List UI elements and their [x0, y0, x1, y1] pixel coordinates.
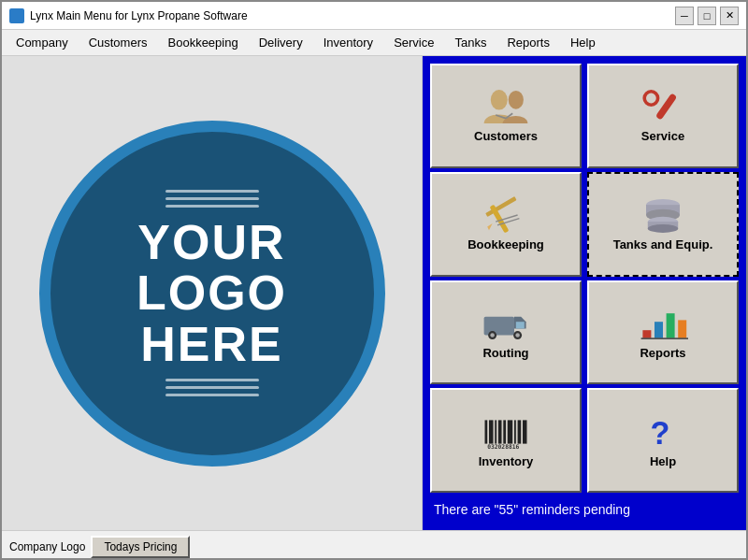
svg-rect-38: [523, 420, 527, 443]
menu-inventory[interactable]: Inventory: [313, 31, 383, 54]
svg-rect-27: [667, 313, 675, 338]
menu-company[interactable]: Company: [6, 31, 79, 54]
svg-rect-18: [484, 317, 514, 336]
reports-button[interactable]: Reports: [587, 280, 739, 385]
reminder-text: There are "55" reminders pending: [430, 496, 739, 523]
todays-pricing-button[interactable]: Todays Pricing: [91, 536, 190, 558]
help-icon-svg: ?: [638, 413, 688, 451]
menu-delivery[interactable]: Delivery: [249, 31, 313, 54]
bookkeeping-button[interactable]: Bookkeeping: [430, 172, 582, 277]
service-button[interactable]: Service: [587, 64, 739, 168]
tanks-button[interactable]: Tanks and Equip.: [587, 172, 739, 277]
menu-bookkeeping[interactable]: Bookkeeping: [158, 31, 249, 54]
logo-line-4: [165, 379, 259, 381]
menu-customers[interactable]: Customers: [79, 31, 158, 54]
menu-reports[interactable]: Reports: [496, 31, 560, 54]
svg-rect-26: [654, 322, 663, 338]
routing-label: Routing: [482, 346, 528, 360]
help-label: Help: [650, 454, 676, 468]
grid-row-4: 032028816 Inventory ? Help: [430, 388, 739, 493]
svg-rect-30: [485, 420, 488, 443]
logo-lines-bottom: [165, 379, 259, 396]
svg-text:032028816: 032028816: [487, 443, 519, 450]
svg-rect-28: [678, 320, 686, 338]
logo-container: YOUR LOGO HERE: [39, 121, 385, 467]
bookkeeping-icon-svg: [481, 196, 531, 234]
svg-point-1: [509, 91, 524, 109]
company-logo-label: Company Logo: [9, 540, 85, 553]
tanks-icon-svg: [638, 196, 688, 234]
grid-row-3: Routing Reports: [430, 280, 739, 385]
logo-line-your: YOUR: [137, 217, 287, 268]
window-title: Lynx Main Menu for Lynx Propane Software: [30, 9, 248, 22]
customers-button[interactable]: Customers: [430, 64, 582, 168]
svg-rect-33: [498, 420, 502, 443]
svg-rect-25: [642, 330, 651, 338]
bookkeeping-icon: [480, 196, 532, 234]
main-content: YOUR LOGO HERE: [2, 56, 746, 530]
menu-help[interactable]: Help: [560, 31, 606, 54]
menu-service[interactable]: Service: [383, 31, 444, 54]
inventory-icon-svg: 032028816: [481, 413, 531, 451]
logo-line-logo: LOGO: [137, 267, 287, 319]
svg-rect-32: [495, 420, 496, 443]
svg-point-21: [490, 333, 495, 337]
inventory-icon: 032028816: [480, 413, 532, 451]
tanks-icon: [637, 196, 689, 234]
reports-icon: [637, 305, 689, 342]
svg-rect-7: [485, 196, 516, 217]
maximize-button[interactable]: □: [698, 7, 716, 25]
svg-rect-36: [514, 420, 516, 443]
service-label: Service: [641, 129, 684, 143]
logo-line-5: [165, 386, 259, 389]
bottom-bar: Company Logo Todays Pricing: [2, 530, 746, 560]
bookkeeping-label: Bookkeeping: [468, 237, 544, 251]
tanks-label: Tanks and Equip.: [613, 237, 713, 251]
logo-line-here: HERE: [137, 319, 287, 370]
title-bar: Lynx Main Menu for Lynx Propane Software…: [2, 2, 746, 30]
logo-line-6: [165, 394, 259, 396]
svg-rect-35: [508, 420, 512, 443]
customers-icon-svg: [481, 88, 531, 125]
routing-button[interactable]: Routing: [430, 280, 582, 385]
title-bar-left: Lynx Main Menu for Lynx Propane Software: [9, 8, 248, 23]
logo-lines-top: [165, 190, 259, 208]
logo-line-1: [165, 190, 259, 193]
svg-rect-34: [503, 420, 506, 443]
left-panel: YOUR LOGO HERE: [2, 56, 423, 530]
svg-rect-6: [648, 95, 654, 102]
logo-text: YOUR LOGO HERE: [137, 217, 287, 370]
routing-icon: [480, 305, 532, 342]
inventory-label: Inventory: [479, 454, 534, 468]
service-icon: [637, 88, 689, 125]
customers-icon: [480, 88, 532, 125]
menu-tanks[interactable]: Tanks: [444, 31, 496, 54]
customers-label: Customers: [474, 129, 538, 143]
app-icon: [9, 8, 24, 23]
svg-rect-24: [516, 322, 525, 328]
reports-icon-svg: [638, 305, 688, 342]
svg-rect-37: [518, 420, 522, 443]
svg-rect-31: [489, 420, 494, 443]
svg-point-0: [491, 90, 508, 110]
routing-icon-svg: [481, 305, 531, 342]
minimize-button[interactable]: ─: [675, 7, 694, 25]
svg-point-23: [515, 333, 520, 337]
grid-row-2: Bookkeeping Tanks and Equip.: [430, 172, 739, 277]
logo-line-3: [165, 205, 259, 208]
svg-text:?: ?: [651, 414, 670, 450]
svg-point-17: [648, 224, 678, 233]
service-icon-svg: [638, 88, 688, 125]
svg-marker-8: [487, 223, 492, 230]
reports-label: Reports: [640, 346, 685, 360]
close-button[interactable]: ✕: [720, 7, 739, 25]
grid-row-1: Customers Service: [430, 64, 739, 168]
logo-line-2: [165, 197, 259, 200]
right-panel: Customers Service: [423, 56, 746, 530]
help-button[interactable]: ? Help: [587, 388, 739, 493]
inventory-button[interactable]: 032028816 Inventory: [430, 388, 582, 493]
help-icon: ?: [637, 413, 689, 451]
title-bar-controls[interactable]: ─ □ ✕: [675, 7, 739, 25]
menu-bar: Company Customers Bookkeeping Delivery I…: [2, 30, 746, 56]
